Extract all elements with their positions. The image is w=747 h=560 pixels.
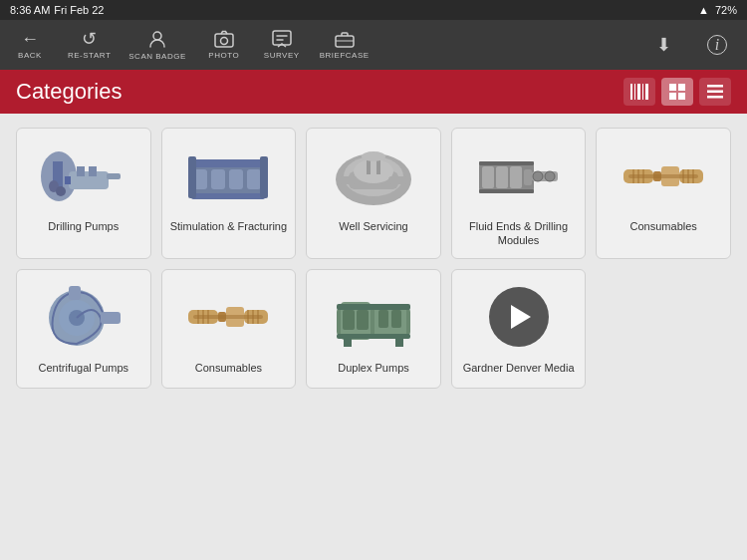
categories-grid: Drilling Pumps Stimulation & Fracturing: [16, 128, 731, 389]
restart-label: RE-START: [68, 51, 111, 60]
duplex-label: Duplex Pumps: [338, 361, 409, 375]
time-display: 8:36 AM: [10, 4, 50, 16]
svg-rect-29: [229, 169, 243, 189]
main-content: Drilling Pumps Stimulation & Fracturing: [0, 114, 747, 560]
svg-point-25: [56, 186, 66, 196]
play-circle: [489, 287, 549, 347]
restart-icon: ↺: [82, 30, 97, 48]
category-media[interactable]: Gardner Denver Media: [451, 269, 587, 389]
empty-slot: [596, 269, 731, 389]
svg-rect-5: [630, 84, 632, 100]
grid-view-icon: [669, 84, 685, 100]
svg-rect-42: [388, 176, 408, 184]
drilling-pumps-label: Drilling Pumps: [48, 219, 119, 233]
back-label: BACK: [18, 51, 42, 60]
svg-rect-52: [479, 161, 534, 165]
svg-rect-3: [273, 31, 291, 45]
nav-briefcase[interactable]: BRIEFCASE: [320, 30, 370, 60]
svg-rect-14: [707, 85, 723, 88]
consumables2-image: [183, 280, 273, 355]
svg-rect-33: [188, 156, 196, 198]
well-servicing-image: [329, 139, 418, 213]
list-view-button[interactable]: [699, 78, 731, 106]
nav-photo[interactable]: PHOTO: [204, 30, 244, 60]
consumables-label: Consumables: [630, 219, 697, 233]
svg-rect-88: [337, 304, 410, 310]
svg-rect-32: [191, 193, 265, 199]
category-consumables2[interactable]: Consumables: [161, 269, 297, 389]
back-icon: ←: [21, 30, 39, 48]
media-label: Gardner Denver Media: [463, 361, 575, 375]
info-icon: i: [707, 35, 727, 55]
svg-rect-47: [510, 166, 522, 188]
fluid-ends-image: [474, 139, 564, 213]
nav-left: ← BACK ↺ RE-START SCAN BADGE: [10, 29, 370, 61]
svg-rect-15: [707, 91, 723, 94]
svg-rect-90: [344, 337, 352, 347]
barcode-view-button[interactable]: [623, 78, 655, 106]
svg-rect-46: [496, 166, 508, 188]
survey-icon: [272, 30, 292, 48]
photo-icon: [214, 30, 234, 48]
page-title: Categories: [16, 79, 122, 105]
date-display: Fri Feb 22: [54, 4, 104, 16]
svg-rect-8: [642, 84, 643, 100]
svg-point-0: [153, 32, 161, 40]
svg-rect-87: [391, 310, 401, 328]
svg-rect-22: [65, 176, 71, 184]
centrifugal-label: Centrifugal Pumps: [39, 361, 129, 375]
play-triangle-icon: [511, 305, 531, 329]
fluid-ends-label: Fluid Ends & Drilling Modules: [458, 219, 580, 248]
svg-rect-11: [678, 84, 685, 91]
nav-survey[interactable]: SURVEY: [262, 30, 302, 60]
status-left: 8:36 AM Fri Feb 22: [10, 4, 105, 16]
svg-rect-21: [89, 166, 97, 176]
header-bar: Categories: [0, 70, 747, 114]
svg-rect-68: [101, 312, 121, 324]
status-right: ▲ 72%: [698, 4, 737, 16]
grid-view-button[interactable]: [661, 78, 693, 106]
svg-point-38: [354, 159, 393, 183]
centrifugal-image: [39, 280, 128, 355]
status-bar: 8:36 AM Fri Feb 22 ▲ 72%: [0, 0, 747, 20]
drilling-pumps-image: [39, 139, 128, 213]
category-duplex[interactable]: Duplex Pumps: [306, 269, 441, 389]
svg-rect-69: [69, 286, 81, 300]
barcode-view-icon: [630, 84, 648, 100]
category-well-servicing[interactable]: Well Servicing: [306, 128, 441, 259]
list-view-icon: [707, 85, 723, 99]
category-consumables[interactable]: Consumables: [596, 128, 731, 259]
svg-rect-45: [482, 166, 494, 188]
svg-rect-20: [77, 166, 85, 176]
nav-restart[interactable]: ↺ RE-START: [68, 30, 111, 60]
svg-rect-6: [634, 84, 635, 100]
nav-scan-badge[interactable]: SCAN BADGE: [128, 29, 185, 61]
svg-point-50: [533, 171, 543, 181]
svg-rect-16: [707, 96, 723, 99]
nav-download[interactable]: ⬇: [643, 36, 683, 54]
svg-rect-34: [260, 156, 268, 198]
category-centrifugal[interactable]: Centrifugal Pumps: [16, 269, 151, 389]
download-icon: ⬇: [656, 36, 671, 54]
svg-rect-7: [637, 84, 640, 100]
svg-rect-30: [247, 169, 261, 189]
svg-rect-12: [669, 93, 676, 100]
survey-label: SURVEY: [264, 51, 300, 60]
consumables-image: [619, 139, 708, 213]
stimulation-image: [183, 139, 273, 213]
nav-info[interactable]: i: [697, 35, 737, 55]
well-servicing-label: Well Servicing: [339, 219, 408, 233]
nav-right: ⬇ i: [643, 35, 737, 55]
category-fluid-ends[interactable]: Fluid Ends & Drilling Modules: [451, 128, 587, 259]
svg-rect-85: [357, 310, 369, 330]
category-stimulation[interactable]: Stimulation & Fracturing: [161, 128, 297, 259]
svg-rect-10: [669, 84, 676, 91]
consumables2-label: Consumables: [195, 361, 262, 375]
svg-rect-9: [645, 84, 648, 100]
svg-rect-43: [339, 176, 357, 184]
category-drilling-pumps[interactable]: Drilling Pumps: [16, 128, 151, 259]
duplex-image: [329, 280, 418, 355]
svg-rect-31: [191, 159, 265, 167]
svg-point-51: [545, 171, 555, 181]
nav-back[interactable]: ← BACK: [10, 30, 50, 60]
